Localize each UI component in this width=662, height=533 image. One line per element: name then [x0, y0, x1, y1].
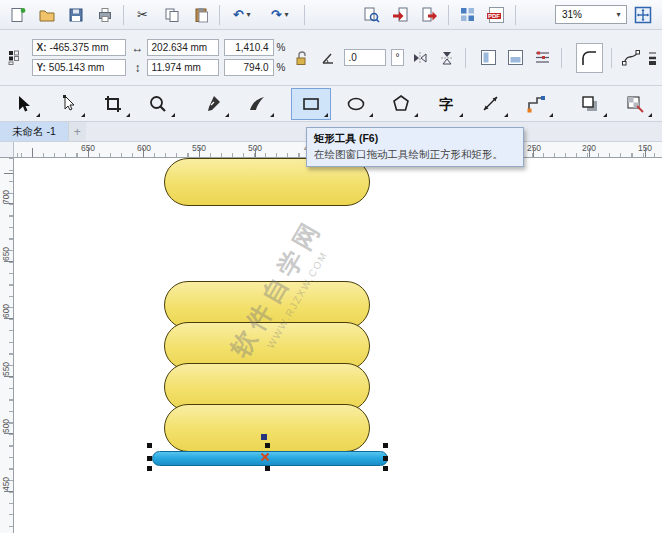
- ruler-label: 550: [1, 358, 11, 380]
- mirror-horizontal-icon: [412, 50, 428, 66]
- tool-text-button[interactable]: 字: [426, 88, 466, 120]
- zoom-level-value: 31%: [562, 9, 614, 20]
- object-width-field[interactable]: 202.634 mm: [147, 39, 219, 56]
- object-origin-node[interactable]: [261, 434, 267, 440]
- ruler-label: 600: [1, 300, 11, 322]
- selection-handle[interactable]: [147, 443, 152, 448]
- selection-handle[interactable]: [383, 466, 388, 471]
- lock-open-icon: [293, 50, 309, 66]
- selection-handle[interactable]: [147, 466, 152, 471]
- separator: [448, 5, 449, 25]
- scale-fields: 1,410.4% 794.0%: [224, 39, 286, 76]
- object-width-icon: ↔: [131, 41, 145, 55]
- x-position-field[interactable]: X:-465.375 mm: [32, 39, 126, 56]
- flyout-arrow-icon: [603, 113, 607, 117]
- vertical-ruler[interactable]: 700 650 600 550 500 450: [0, 158, 14, 533]
- redo-button[interactable]: ↷▾: [263, 3, 299, 27]
- import-icon: [392, 6, 409, 23]
- align-grid-button[interactable]: [531, 47, 553, 69]
- outline-width-icon: [647, 48, 656, 67]
- object-position-icon: [8, 50, 23, 65]
- save-button[interactable]: [62, 3, 89, 27]
- import-button[interactable]: [387, 3, 414, 27]
- application-launcher-button[interactable]: [454, 3, 481, 27]
- flyout-arrow-icon: [648, 113, 652, 117]
- flyout-arrow-icon: [81, 113, 85, 117]
- tool-transparency-button[interactable]: [615, 88, 655, 120]
- selection-handle[interactable]: [265, 443, 270, 448]
- ruler-label: 650: [77, 143, 99, 153]
- ruler-label: 250: [523, 143, 545, 153]
- tool-dimension-button[interactable]: [471, 88, 511, 120]
- tool-connector-button[interactable]: [516, 88, 556, 120]
- tab-untitled-1[interactable]: 未命名 -1: [0, 122, 68, 141]
- lock-ratio-button[interactable]: [290, 47, 312, 69]
- scale-vertical-field[interactable]: 794.0: [224, 59, 274, 76]
- add-page-button[interactable]: +: [68, 122, 86, 141]
- cut-icon: ✂: [137, 8, 148, 21]
- layout-a-button[interactable]: [478, 47, 500, 69]
- x-position-value: -465.375 mm: [50, 42, 109, 53]
- selection-handle[interactable]: [265, 466, 270, 471]
- search-content-button[interactable]: [358, 3, 385, 27]
- tool-zoom-button[interactable]: [138, 88, 178, 120]
- open-folder-icon: [39, 7, 55, 23]
- corner-style-button[interactable]: [576, 43, 603, 73]
- crop-tool-icon: [103, 94, 123, 114]
- artistic-media-icon: [247, 94, 267, 114]
- layout-b-button[interactable]: [505, 47, 527, 69]
- application-launcher-icon: [460, 7, 475, 22]
- tool-drop-shadow-button[interactable]: [570, 88, 610, 120]
- angle-of-rotation-icon: [317, 47, 339, 69]
- outline-width-button[interactable]: [646, 47, 657, 69]
- new-document-button[interactable]: [4, 3, 31, 27]
- print-button[interactable]: [91, 3, 118, 27]
- object-position-button[interactable]: [5, 47, 27, 69]
- selected-blue-bar-shape[interactable]: [152, 451, 388, 466]
- zoom-level-select[interactable]: 31% ▾: [555, 5, 627, 24]
- tool-freehand-button[interactable]: [192, 88, 232, 120]
- paste-button[interactable]: [187, 3, 214, 27]
- flyout-arrow-icon: [549, 113, 553, 117]
- y-position-field[interactable]: Y:505.143 mm: [32, 59, 126, 76]
- drawing-canvas[interactable]: 软件自学网 WWW.RJZXW.COM: [14, 158, 662, 533]
- connector-tool-icon: [526, 94, 546, 114]
- ellipse-tool-icon: [346, 94, 366, 114]
- mirror-vertical-button[interactable]: [436, 47, 458, 69]
- tool-rectangle-button[interactable]: [291, 88, 331, 120]
- scale-horizontal-field[interactable]: 1,410.4: [224, 39, 274, 56]
- convert-to-curves-button[interactable]: [620, 47, 642, 69]
- chevron-down-icon: ▾: [282, 10, 291, 19]
- mirror-horizontal-button[interactable]: [409, 47, 431, 69]
- tool-artistic-media-button[interactable]: [237, 88, 277, 120]
- selection-center-marker[interactable]: [260, 452, 270, 462]
- copy-icon: [164, 7, 180, 23]
- tool-crop-button[interactable]: [93, 88, 133, 120]
- open-button[interactable]: [33, 3, 60, 27]
- position-fields: X:-465.375 mm Y:505.143 mm: [32, 39, 126, 76]
- tool-polygon-button[interactable]: [381, 88, 421, 120]
- object-height-field[interactable]: 11.974 mm: [147, 59, 219, 76]
- tool-ellipse-button[interactable]: [336, 88, 376, 120]
- redo-icon: ↷: [271, 8, 282, 21]
- selection-handle[interactable]: [383, 456, 388, 461]
- tool-shape-button[interactable]: [48, 88, 88, 120]
- text-tool-icon: 字: [439, 97, 453, 111]
- selection-handle[interactable]: [383, 443, 388, 448]
- ruler-origin[interactable]: [0, 142, 14, 158]
- undo-icon: ↶: [233, 8, 244, 21]
- degree-label: °: [391, 49, 405, 66]
- export-button[interactable]: [416, 3, 443, 27]
- mirror-vertical-icon: [439, 50, 455, 66]
- separator: [219, 5, 220, 25]
- navigator-button[interactable]: [629, 3, 656, 27]
- rounded-corner-icon: [579, 48, 599, 68]
- copy-button[interactable]: [158, 3, 185, 27]
- zoom-tool-icon: [148, 94, 168, 114]
- angle-of-rotation-field[interactable]: .0: [344, 49, 386, 66]
- selection-handle[interactable]: [147, 456, 152, 461]
- tool-pick-button[interactable]: [3, 88, 43, 120]
- cut-button[interactable]: ✂: [129, 3, 156, 27]
- publish-pdf-button[interactable]: PDF: [483, 3, 510, 27]
- undo-button[interactable]: ↶▾: [225, 3, 261, 27]
